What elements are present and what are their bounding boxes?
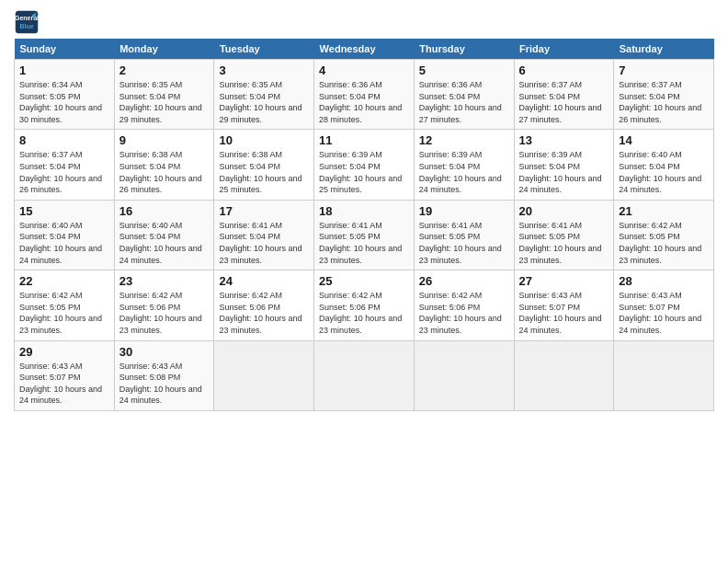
calendar-cell <box>414 340 514 410</box>
day-number: 7 <box>619 63 709 77</box>
calendar-cell: 3Sunrise: 6:35 AMSunset: 5:04 PMDaylight… <box>214 60 314 130</box>
day-number: 23 <box>119 274 210 288</box>
day-detail: Sunrise: 6:42 AMSunset: 5:06 PMDaylight:… <box>119 290 210 336</box>
column-header-thursday: Thursday <box>414 39 514 60</box>
day-number: 19 <box>419 204 509 218</box>
calendar-cell: 1Sunrise: 6:34 AMSunset: 5:05 PMDaylight… <box>15 60 115 130</box>
week-row-2: 8Sunrise: 6:37 AMSunset: 5:04 PMDaylight… <box>15 130 714 200</box>
day-detail: Sunrise: 6:35 AMSunset: 5:04 PMDaylight:… <box>119 79 210 125</box>
day-number: 6 <box>519 63 609 77</box>
day-detail: Sunrise: 6:41 AMSunset: 5:04 PMDaylight:… <box>219 220 309 266</box>
day-detail: Sunrise: 6:41 AMSunset: 5:05 PMDaylight:… <box>319 220 409 266</box>
calendar-header-row: SundayMondayTuesdayWednesdayThursdayFrid… <box>15 39 714 60</box>
svg-text:Blue: Blue <box>19 23 33 29</box>
calendar-cell: 27Sunrise: 6:43 AMSunset: 5:07 PMDayligh… <box>514 270 614 340</box>
day-number: 29 <box>19 345 109 359</box>
calendar-cell: 7Sunrise: 6:37 AMSunset: 5:04 PMDaylight… <box>614 60 714 130</box>
calendar-cell: 22Sunrise: 6:42 AMSunset: 5:05 PMDayligh… <box>15 270 115 340</box>
day-detail: Sunrise: 6:39 AMSunset: 5:04 PMDaylight:… <box>519 149 609 195</box>
day-number: 12 <box>419 133 509 147</box>
day-detail: Sunrise: 6:42 AMSunset: 5:05 PMDaylight:… <box>619 220 709 266</box>
day-detail: Sunrise: 6:40 AMSunset: 5:04 PMDaylight:… <box>119 220 210 266</box>
day-number: 1 <box>19 63 109 77</box>
calendar-cell: 28Sunrise: 6:43 AMSunset: 5:07 PMDayligh… <box>614 270 714 340</box>
calendar-cell: 16Sunrise: 6:40 AMSunset: 5:04 PMDayligh… <box>114 200 214 270</box>
column-header-sunday: Sunday <box>15 39 115 60</box>
week-row-3: 15Sunrise: 6:40 AMSunset: 5:04 PMDayligh… <box>15 200 714 270</box>
day-detail: Sunrise: 6:40 AMSunset: 5:04 PMDaylight:… <box>619 149 709 195</box>
day-detail: Sunrise: 6:43 AMSunset: 5:08 PMDaylight:… <box>119 361 210 407</box>
day-number: 28 <box>619 274 709 288</box>
day-detail: Sunrise: 6:42 AMSunset: 5:05 PMDaylight:… <box>19 290 109 336</box>
day-number: 24 <box>219 274 309 288</box>
day-number: 17 <box>219 204 309 218</box>
header: General Blue <box>14 9 714 35</box>
day-number: 4 <box>319 63 409 77</box>
column-header-wednesday: Wednesday <box>314 39 415 60</box>
day-detail: Sunrise: 6:35 AMSunset: 5:04 PMDaylight:… <box>219 79 309 125</box>
calendar-cell: 4Sunrise: 6:36 AMSunset: 5:04 PMDaylight… <box>314 60 415 130</box>
calendar-cell: 11Sunrise: 6:39 AMSunset: 5:04 PMDayligh… <box>314 130 415 200</box>
calendar-cell: 12Sunrise: 6:39 AMSunset: 5:04 PMDayligh… <box>414 130 514 200</box>
day-number: 2 <box>119 63 210 77</box>
day-detail: Sunrise: 6:43 AMSunset: 5:07 PMDaylight:… <box>19 361 109 407</box>
calendar-cell: 23Sunrise: 6:42 AMSunset: 5:06 PMDayligh… <box>114 270 214 340</box>
day-number: 20 <box>519 204 609 218</box>
day-detail: Sunrise: 6:39 AMSunset: 5:04 PMDaylight:… <box>419 149 509 195</box>
calendar-cell: 5Sunrise: 6:36 AMSunset: 5:04 PMDaylight… <box>414 60 514 130</box>
day-number: 10 <box>219 133 309 147</box>
calendar-cell: 29Sunrise: 6:43 AMSunset: 5:07 PMDayligh… <box>15 340 115 410</box>
column-header-saturday: Saturday <box>614 39 714 60</box>
calendar-cell <box>314 340 415 410</box>
day-number: 13 <box>519 133 609 147</box>
column-header-monday: Monday <box>114 39 214 60</box>
day-detail: Sunrise: 6:38 AMSunset: 5:04 PMDaylight:… <box>219 149 309 195</box>
calendar-table: SundayMondayTuesdayWednesdayThursdayFrid… <box>14 39 714 411</box>
week-row-5: 29Sunrise: 6:43 AMSunset: 5:07 PMDayligh… <box>15 340 714 410</box>
calendar-cell: 26Sunrise: 6:42 AMSunset: 5:06 PMDayligh… <box>414 270 514 340</box>
calendar-cell: 2Sunrise: 6:35 AMSunset: 5:04 PMDaylight… <box>114 60 214 130</box>
day-number: 26 <box>419 274 509 288</box>
calendar-cell: 17Sunrise: 6:41 AMSunset: 5:04 PMDayligh… <box>214 200 314 270</box>
day-number: 21 <box>619 204 709 218</box>
day-number: 9 <box>119 133 210 147</box>
day-number: 5 <box>419 63 509 77</box>
day-number: 15 <box>19 204 109 218</box>
day-number: 18 <box>319 204 409 218</box>
calendar-cell: 25Sunrise: 6:42 AMSunset: 5:06 PMDayligh… <box>314 270 415 340</box>
day-detail: Sunrise: 6:34 AMSunset: 5:05 PMDaylight:… <box>19 79 109 125</box>
day-detail: Sunrise: 6:42 AMSunset: 5:06 PMDaylight:… <box>219 290 309 336</box>
week-row-1: 1Sunrise: 6:34 AMSunset: 5:05 PMDaylight… <box>15 60 714 130</box>
calendar-cell: 21Sunrise: 6:42 AMSunset: 5:05 PMDayligh… <box>614 200 714 270</box>
column-header-friday: Friday <box>514 39 614 60</box>
calendar-cell: 30Sunrise: 6:43 AMSunset: 5:08 PMDayligh… <box>114 340 214 410</box>
day-detail: Sunrise: 6:43 AMSunset: 5:07 PMDaylight:… <box>619 290 709 336</box>
day-number: 16 <box>119 204 210 218</box>
calendar-cell: 13Sunrise: 6:39 AMSunset: 5:04 PMDayligh… <box>514 130 614 200</box>
calendar-cell <box>214 340 314 410</box>
day-detail: Sunrise: 6:41 AMSunset: 5:05 PMDaylight:… <box>519 220 609 266</box>
week-row-4: 22Sunrise: 6:42 AMSunset: 5:05 PMDayligh… <box>15 270 714 340</box>
day-detail: Sunrise: 6:43 AMSunset: 5:07 PMDaylight:… <box>519 290 609 336</box>
day-number: 22 <box>19 274 109 288</box>
day-number: 27 <box>519 274 609 288</box>
page-container: General Blue SundayMondayTuesdayWednesda… <box>0 0 728 420</box>
calendar-cell <box>514 340 614 410</box>
calendar-cell: 14Sunrise: 6:40 AMSunset: 5:04 PMDayligh… <box>614 130 714 200</box>
column-header-tuesday: Tuesday <box>214 39 314 60</box>
day-detail: Sunrise: 6:42 AMSunset: 5:06 PMDaylight:… <box>419 290 509 336</box>
calendar-cell: 9Sunrise: 6:38 AMSunset: 5:04 PMDaylight… <box>114 130 214 200</box>
day-number: 3 <box>219 63 309 77</box>
day-number: 25 <box>319 274 409 288</box>
day-detail: Sunrise: 6:36 AMSunset: 5:04 PMDaylight:… <box>419 79 509 125</box>
day-detail: Sunrise: 6:37 AMSunset: 5:04 PMDaylight:… <box>19 149 109 195</box>
day-detail: Sunrise: 6:40 AMSunset: 5:04 PMDaylight:… <box>19 220 109 266</box>
calendar-cell <box>614 340 714 410</box>
calendar-cell: 6Sunrise: 6:37 AMSunset: 5:04 PMDaylight… <box>514 60 614 130</box>
logo: General Blue <box>14 9 43 35</box>
logo-icon: General Blue <box>14 9 40 35</box>
calendar-cell: 20Sunrise: 6:41 AMSunset: 5:05 PMDayligh… <box>514 200 614 270</box>
day-number: 11 <box>319 133 409 147</box>
day-detail: Sunrise: 6:37 AMSunset: 5:04 PMDaylight:… <box>519 79 609 125</box>
calendar-cell: 8Sunrise: 6:37 AMSunset: 5:04 PMDaylight… <box>15 130 115 200</box>
